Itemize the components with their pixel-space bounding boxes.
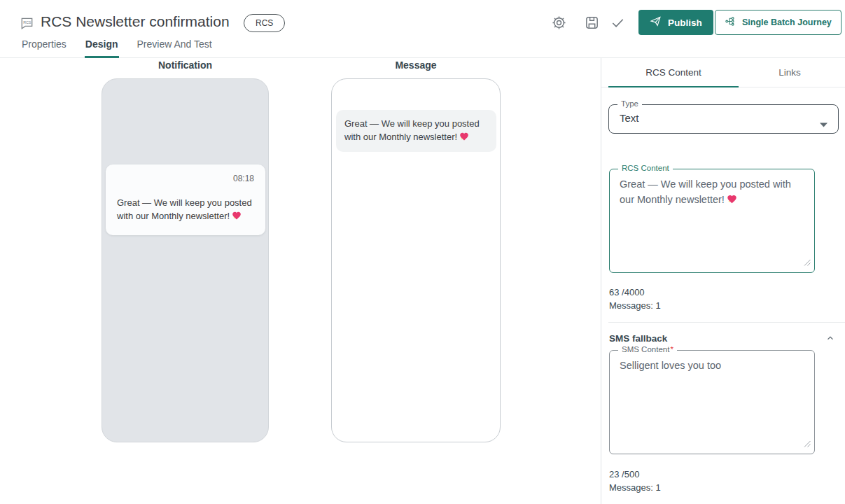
rcs-content-label: RCS Content	[618, 164, 673, 172]
active-tab-indicator	[608, 86, 739, 88]
chevron-down-icon	[820, 118, 827, 130]
journey-icon	[725, 15, 736, 29]
sms-fallback-title: SMS fallback	[609, 333, 667, 344]
tab-design[interactable]: Design	[85, 37, 119, 58]
tab-rcs-content[interactable]: RCS Content	[608, 58, 739, 87]
content-side-panel: RCS Content Links Type Text RCS Content …	[601, 58, 845, 504]
section-divider	[608, 322, 845, 323]
header: RCS RCS Newsletter confirmation RCS	[0, 0, 845, 58]
notification-time: 08:18	[117, 174, 254, 183]
sms-content-textarea[interactable]: SMS Content* Selligent loves you too	[609, 350, 815, 454]
notification-text-wrap: Great — We will keep you posted with our…	[117, 196, 254, 224]
sparkling-heart-icon	[727, 193, 737, 209]
settings-button[interactable]	[550, 15, 567, 31]
rcs-message-count: Messages: 1	[609, 300, 661, 311]
page-title: RCS Newsletter confirmation	[41, 13, 230, 30]
notification-phone-preview: 08:18 Great — We will keep you posted wi…	[102, 78, 269, 442]
rcs-content-textarea[interactable]: RCS Content Great — We will keep you pos…	[609, 169, 815, 273]
required-asterisk: *	[670, 345, 673, 354]
panel-tab-bar: RCS Content Links	[601, 58, 845, 88]
rcs-content-value-wrap: Great — We will keep you posted with our…	[620, 176, 805, 209]
validate-button[interactable]	[609, 15, 626, 31]
resize-handle-icon[interactable]	[804, 256, 811, 269]
type-select-value: Text	[620, 112, 639, 124]
message-column-label: Message	[331, 59, 501, 71]
collapse-sms-fallback-button[interactable]	[823, 332, 837, 346]
sparkling-heart-icon	[232, 211, 242, 224]
sms-message-count: Messages: 1	[609, 482, 661, 493]
single-batch-journey-button[interactable]: Single Batch Journey	[715, 10, 841, 35]
gear-icon	[551, 22, 567, 33]
publish-button-label: Publish	[668, 18, 702, 28]
single-batch-journey-label: Single Batch Journey	[742, 18, 832, 27]
rcs-channel-icon: RCS	[19, 15, 35, 34]
sparkling-heart-icon	[459, 132, 469, 145]
save-icon	[584, 22, 600, 33]
message-phone-preview: Great — We will keep you posted with our…	[331, 78, 501, 442]
svg-text:RCS: RCS	[23, 20, 32, 24]
sms-content-label-text: SMS Content	[622, 345, 669, 354]
publish-button[interactable]: Publish	[638, 10, 713, 35]
save-button[interactable]	[583, 15, 600, 31]
sms-content-value: Selligent loves you too	[620, 358, 805, 373]
notification-card: 08:18 Great — We will keep you posted wi…	[106, 164, 265, 235]
message-bubble: Great — We will keep you posted with our…	[336, 110, 496, 152]
design-canvas: Notification Message 08:18 Great — We wi…	[0, 58, 601, 504]
type-select[interactable]: Type Text	[608, 104, 839, 134]
tab-properties[interactable]: Properties	[21, 37, 67, 58]
rcs-char-counter: 63 /4000	[609, 287, 645, 298]
app-window: RCS RCS Newsletter confirmation RCS	[0, 0, 845, 504]
notification-column-label: Notification	[102, 59, 269, 71]
main-tab-bar: Properties Design Preview And Test	[21, 37, 213, 58]
chevron-up-icon	[825, 335, 835, 345]
sms-char-counter: 23 /500	[609, 469, 639, 479]
channel-badge: RCS	[244, 14, 285, 32]
resize-handle-icon[interactable]	[804, 438, 811, 450]
send-icon	[650, 15, 662, 29]
sms-content-label: SMS Content*	[618, 345, 677, 354]
check-icon	[610, 22, 626, 33]
tab-preview-and-test[interactable]: Preview And Test	[137, 37, 213, 58]
tab-links[interactable]: Links	[739, 58, 841, 87]
rcs-content-value: Great — We will keep you posted with our…	[620, 178, 791, 205]
type-select-label: Type	[617, 99, 642, 108]
